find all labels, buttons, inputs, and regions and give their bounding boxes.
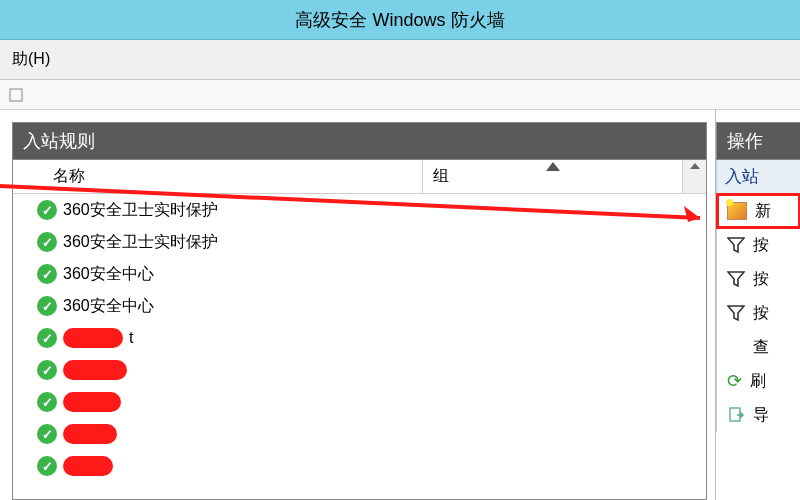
svg-marker-2 <box>728 272 744 286</box>
refresh-icon: ⟳ <box>727 370 742 392</box>
rules-list: ✓360安全卫士实时保护✓360安全卫士实时保护✓360安全中心✓360安全中心… <box>13 194 706 499</box>
action-label: 按 <box>753 269 769 290</box>
toolbar-icon-1[interactable] <box>6 85 26 105</box>
rule-row[interactable]: ✓360安全中心 <box>13 290 706 322</box>
rule-row[interactable]: ✓t <box>13 322 706 354</box>
redacted-label <box>63 328 123 348</box>
rule-name: 360安全卫士实时保护 <box>63 200 218 221</box>
action-plain-4[interactable]: 查 <box>717 330 800 364</box>
scrollbar-up[interactable] <box>682 160 706 193</box>
action-label: 查 <box>753 337 769 358</box>
rule-row[interactable]: ✓360安全卫士实时保护 <box>13 226 706 258</box>
menubar: 助(H) <box>0 40 800 80</box>
filter-icon <box>727 237 745 253</box>
allow-check-icon: ✓ <box>37 424 57 444</box>
action-filter-2[interactable]: 按 <box>717 262 800 296</box>
content-area: 入站规则 名称 组 ✓360安全卫士实时保护✓360安全卫士实时保护✓360安全… <box>0 110 800 500</box>
rule-name: 360安全中心 <box>63 296 154 317</box>
redacted-label <box>63 360 127 380</box>
sort-ascending-icon <box>546 162 560 171</box>
action-label: 导 <box>753 405 769 426</box>
toolbar <box>0 80 800 110</box>
window-title: 高级安全 Windows 防火墙 <box>295 8 504 32</box>
allow-check-icon: ✓ <box>37 232 57 252</box>
redacted-label <box>63 456 113 476</box>
action-label: 按 <box>753 303 769 324</box>
allow-check-icon: ✓ <box>37 264 57 284</box>
new-rule-icon <box>727 202 747 220</box>
filter-icon <box>727 271 745 287</box>
window-titlebar: 高级安全 Windows 防火墙 <box>0 0 800 40</box>
rule-row[interactable]: ✓ <box>13 386 706 418</box>
allow-check-icon: ✓ <box>37 296 57 316</box>
rule-name: 360安全卫士实时保护 <box>63 232 218 253</box>
action-new-0[interactable]: 新 <box>717 194 800 228</box>
redacted-label <box>63 392 121 412</box>
action-export-6[interactable]: 导 <box>717 398 800 432</box>
allow-check-icon: ✓ <box>37 200 57 220</box>
main-panel: 入站规则 名称 组 ✓360安全卫士实时保护✓360安全卫士实时保护✓360安全… <box>0 110 715 500</box>
column-name[interactable]: 名称 <box>13 160 423 193</box>
actions-header: 操作 <box>716 122 800 160</box>
column-headers: 名称 组 <box>13 160 706 194</box>
action-filter-3[interactable]: 按 <box>717 296 800 330</box>
actions-subheader: 入站 <box>716 160 800 194</box>
rule-row[interactable]: ✓ <box>13 418 706 450</box>
action-label: 按 <box>753 235 769 256</box>
action-label: 刷 <box>750 371 766 392</box>
action-refresh-5[interactable]: ⟳刷 <box>717 364 800 398</box>
rule-row[interactable]: ✓ <box>13 354 706 386</box>
chevron-up-icon <box>690 163 700 169</box>
rules-list-container: 名称 组 ✓360安全卫士实时保护✓360安全卫士实时保护✓360安全中心✓36… <box>12 160 707 500</box>
svg-marker-1 <box>728 238 744 252</box>
export-icon <box>727 406 745 424</box>
inbound-rules-header: 入站规则 <box>12 122 707 160</box>
action-filter-1[interactable]: 按 <box>717 228 800 262</box>
svg-rect-0 <box>10 89 22 101</box>
rule-row[interactable]: ✓360安全中心 <box>13 258 706 290</box>
rule-name-tail: t <box>129 329 133 347</box>
rule-name: 360安全中心 <box>63 264 154 285</box>
actions-list: 新按按按查⟳刷导 <box>716 194 800 432</box>
actions-panel: 操作 入站 新按按按查⟳刷导 <box>715 110 800 500</box>
redacted-label <box>63 424 117 444</box>
rule-row[interactable]: ✓ <box>13 450 706 482</box>
allow-check-icon: ✓ <box>37 328 57 348</box>
allow-check-icon: ✓ <box>37 456 57 476</box>
action-label: 新 <box>755 201 771 222</box>
allow-check-icon: ✓ <box>37 392 57 412</box>
menu-help[interactable]: 助(H) <box>4 45 58 74</box>
column-group[interactable]: 组 <box>423 160 682 193</box>
rule-row[interactable]: ✓360安全卫士实时保护 <box>13 194 706 226</box>
svg-marker-3 <box>728 306 744 320</box>
filter-icon <box>727 305 745 321</box>
allow-check-icon: ✓ <box>37 360 57 380</box>
